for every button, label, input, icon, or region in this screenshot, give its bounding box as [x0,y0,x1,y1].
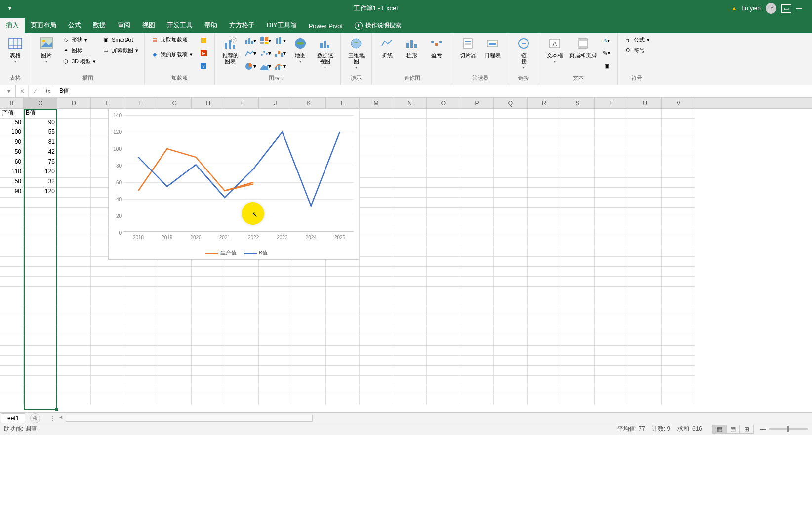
cell[interactable] [595,346,628,356]
cell[interactable] [528,138,561,148]
cell[interactable] [595,277,628,287]
cell[interactable] [326,346,360,356]
cell[interactable] [0,227,24,237]
cell[interactable] [360,208,393,217]
table-row[interactable] [0,287,812,296]
cell[interactable] [0,247,24,257]
cell[interactable] [528,267,561,277]
tab-powerpivot[interactable]: Power Pivot [303,19,349,33]
cell[interactable] [427,237,460,247]
cell[interactable]: 120 [24,168,57,178]
cell[interactable] [360,198,393,208]
cell[interactable] [595,128,628,138]
cell[interactable]: 120 [24,188,57,198]
cell[interactable] [662,247,695,257]
symbol-button[interactable]: Ω符号 [622,45,651,55]
table-row[interactable] [0,376,812,385]
table-row[interactable] [0,366,812,376]
cell[interactable] [393,287,427,296]
cell[interactable] [460,326,494,336]
cell[interactable] [91,277,124,287]
cell[interactable] [360,247,393,257]
cell[interactable] [628,198,662,208]
cell[interactable] [259,316,292,326]
chart-series-line[interactable] [138,132,340,206]
cell[interactable] [494,168,528,178]
cell[interactable] [393,326,427,336]
cell[interactable] [393,188,427,198]
accessibility-value[interactable]: 调查 [25,425,37,432]
tab-formulas[interactable]: 公式 [62,18,87,33]
tab-insert[interactable]: 插入 [0,18,25,33]
cell[interactable] [427,119,460,128]
cell[interactable] [595,296,628,306]
cell[interactable] [360,188,393,198]
cell[interactable] [326,336,360,346]
cell[interactable] [662,336,695,346]
cell[interactable] [259,277,292,287]
cell[interactable] [393,385,427,395]
cell[interactable] [595,227,628,237]
cell[interactable] [427,385,460,395]
cell[interactable]: B值 [24,109,57,119]
cell[interactable] [628,376,662,385]
cell[interactable] [494,316,528,326]
col-header-I[interactable]: I [225,98,259,108]
cell[interactable] [0,237,24,247]
cell[interactable] [158,385,192,395]
cell[interactable] [57,217,91,227]
cell[interactable] [24,277,57,287]
cell[interactable] [326,395,360,405]
col-header-Q[interactable]: Q [494,98,528,108]
cell[interactable] [360,257,393,267]
cell[interactable] [0,267,24,277]
cell[interactable] [124,385,158,395]
cell[interactable] [192,306,225,316]
view-normal-button[interactable]: ▦ [712,425,726,434]
cell[interactable] [259,395,292,405]
cell[interactable] [528,168,561,178]
cell[interactable] [494,148,528,158]
cell[interactable] [393,168,427,178]
cell[interactable]: 110 [0,168,24,178]
cell[interactable] [460,356,494,366]
col-header-L[interactable]: L [326,98,360,108]
cell[interactable] [360,178,393,188]
cell[interactable] [158,376,192,385]
cell[interactable] [494,247,528,257]
col-header-N[interactable]: N [393,98,427,108]
cell[interactable] [360,346,393,356]
cell[interactable] [628,336,662,346]
cell[interactable] [528,385,561,395]
sparkline-winloss-button[interactable]: 盈亏 [425,35,448,59]
selection-handle[interactable] [55,408,58,411]
combo-chart-button[interactable]: ▾ [273,60,287,72]
cell[interactable] [225,366,259,376]
cell[interactable] [460,376,494,385]
table-row[interactable] [0,385,812,395]
cell[interactable] [57,227,91,237]
cell[interactable] [561,395,595,405]
cell[interactable] [360,376,393,385]
cell[interactable] [292,267,326,277]
cell[interactable] [0,287,24,296]
cell[interactable] [0,376,24,385]
cell[interactable] [393,316,427,326]
get-addins-button[interactable]: ▤获取加载项 [149,35,195,44]
tell-me[interactable]: 操作说明搜索 [349,18,407,33]
cell[interactable] [158,356,192,366]
view-pagebreak-button[interactable]: ⊞ [740,425,754,434]
cell[interactable] [628,138,662,148]
cell[interactable] [561,336,595,346]
cell[interactable] [91,326,124,336]
cell[interactable] [360,148,393,158]
cell[interactable] [528,217,561,227]
cell[interactable] [494,119,528,128]
cell[interactable] [158,326,192,336]
tab-fanggezi[interactable]: 方方格子 [223,18,261,33]
cell[interactable] [628,217,662,227]
cell[interactable] [561,217,595,227]
cell[interactable] [124,316,158,326]
cell[interactable] [628,346,662,356]
cell[interactable] [460,148,494,158]
